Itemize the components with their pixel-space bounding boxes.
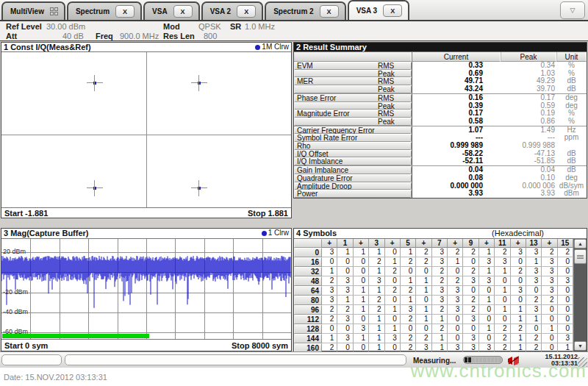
symbol-cell: 3 xyxy=(448,305,463,315)
symbol-cell: 2 xyxy=(416,248,431,257)
symbol-cell: 0 xyxy=(479,315,495,324)
symbol-cell: 1 xyxy=(511,315,526,324)
symbol-cell: 0 xyxy=(401,324,416,334)
sr-value: 1.0 MHz xyxy=(245,22,275,31)
result-values: 43.2439.70dB xyxy=(412,85,587,93)
tab-bar: MultiViewSpectrumXVSAXVSA 2XSpectrum 2XV… xyxy=(0,0,588,21)
symbol-cell: 0 xyxy=(416,324,431,334)
symbol-cell: 3 xyxy=(511,248,526,257)
symbol-cell: 2 xyxy=(542,248,557,257)
symbols-column-header: + xyxy=(354,239,369,248)
symbol-cell: 1 xyxy=(448,257,463,267)
symbols-scrollbar[interactable]: ▲ ▼ xyxy=(574,239,587,351)
tab-close-icon[interactable]: X xyxy=(115,5,135,18)
tab-vsa-3[interactable]: VSA 3X xyxy=(348,0,410,20)
result-unit: dBm xyxy=(556,190,587,198)
symbols-column-header: + xyxy=(542,239,557,248)
tab-close-icon[interactable]: X xyxy=(173,5,193,18)
tab-overflow-button[interactable]: ▽ xyxy=(560,1,585,19)
result-current-value: 0.16 xyxy=(412,94,501,102)
symbol-cell: 2 xyxy=(448,276,463,286)
constellation-plot xyxy=(1,52,291,207)
symbol-cell: 0 xyxy=(558,286,573,296)
symbols-format-label: (Hexadecimal) xyxy=(492,229,544,238)
symbols-row: 321001200202112330 xyxy=(294,267,573,276)
header-spacer xyxy=(294,52,412,62)
symbol-cell: 2 xyxy=(369,296,384,305)
symbol-cell: 3 xyxy=(526,276,542,286)
result-values: ------ppm xyxy=(412,134,587,142)
result-row-label: Magnitude ErrorRMS xyxy=(294,110,412,118)
symbol-cell: 1 xyxy=(495,286,510,296)
symbol-cell: 0 xyxy=(322,257,337,267)
symbol-cell: 0 xyxy=(511,257,526,267)
sr-label: SR xyxy=(230,22,241,31)
ref-level-label: Ref Level xyxy=(6,22,42,31)
symbol-cell: 0 xyxy=(558,305,573,315)
tab-close-icon[interactable]: X xyxy=(237,5,256,18)
mag-capture-title[interactable]: 3 Mag(Capture Buffer) 1 Clrw xyxy=(1,229,291,239)
scrollbar-thumb[interactable] xyxy=(574,249,587,264)
tab-spectrum[interactable]: SpectrumX xyxy=(67,1,142,20)
symbol-cell: 2 xyxy=(401,257,416,267)
symbol-cell: 1 xyxy=(401,296,416,305)
scroll-down-icon[interactable]: ▼ xyxy=(574,341,587,351)
symbol-cell: 0 xyxy=(526,286,542,296)
symbols-column-header: 11 xyxy=(495,239,510,248)
result-summary-title[interactable]: 2 Result Summary xyxy=(294,43,587,52)
symbols-header-spacer xyxy=(294,239,322,248)
settings-bar: Ref Level 30.00 dBm Mod QPSK SR 1.0 MHz … xyxy=(0,21,588,41)
result-current-value: 43.24 xyxy=(412,85,501,93)
result-row: Quadrature Error0.080.10deg xyxy=(294,174,587,182)
symbol-cell: 0 xyxy=(385,296,401,305)
scrollbar-track[interactable] xyxy=(574,265,587,341)
symbol-cell: 0 xyxy=(542,305,557,315)
symbol-cell: 3 xyxy=(354,324,369,334)
tab-vsa-2[interactable]: VSA 2X xyxy=(201,1,264,20)
symbol-cell: 2 xyxy=(401,334,416,343)
symbols-title[interactable]: 4 Symbols (Hexadecimal) xyxy=(294,229,587,239)
result-name: Quadrature Error xyxy=(297,175,353,182)
symbol-cell: 1 xyxy=(369,267,384,276)
result-values: 3.933.93dBm xyxy=(412,190,587,198)
result-row-label: Peak xyxy=(294,70,412,78)
tab-close-icon[interactable]: X xyxy=(320,5,339,18)
symbol-cell: 1 xyxy=(511,334,526,343)
result-unit: ppm xyxy=(556,134,587,142)
symbols-column-header: + xyxy=(511,239,526,248)
symbol-cell: 2 xyxy=(322,276,337,286)
symbol-cell: 3 xyxy=(401,305,416,315)
symbol-cell: 3 xyxy=(542,286,557,296)
symbols-column-header: 15 xyxy=(558,239,573,248)
symbols-row-label: 16 xyxy=(294,257,322,267)
result-name: I/Q Imbalance xyxy=(297,158,343,165)
symbol-cell: 0 xyxy=(479,334,495,343)
symbol-cell: 1 xyxy=(542,324,557,334)
symbols-row-label: 144 xyxy=(294,334,322,343)
result-values: 0.080.10deg xyxy=(412,174,587,182)
result-current-value: -52.11 xyxy=(412,157,501,165)
watermark-text: www.cntronics.com xyxy=(411,360,587,382)
tab-spectrum-2[interactable]: Spectrum 2X xyxy=(265,1,345,20)
symbols-column-header: 7 xyxy=(432,239,448,248)
symbol-cell: 0 xyxy=(337,267,353,276)
result-row-label: Peak xyxy=(294,102,412,110)
result-row-label: Carrier Frequency Error xyxy=(294,126,412,135)
symbol-cell: 0 xyxy=(401,267,416,276)
symbol-cell: 0 xyxy=(558,296,573,305)
status-field-1 xyxy=(1,354,62,365)
symbols-row-label: 48 xyxy=(294,276,322,286)
symbol-cell: 2 xyxy=(401,315,416,324)
tab-close-icon[interactable]: X xyxy=(383,4,402,17)
tab-vsa[interactable]: VSAX xyxy=(143,1,200,20)
result-row: I/Q Imbalance-52.11-51.85dB xyxy=(294,157,587,165)
symbol-cell: 1 xyxy=(354,248,369,257)
constellation-panel-title[interactable]: 1 Const I/Q(Meas&Ref) 1M Clrw xyxy=(1,43,291,52)
tab-multiview[interactable]: MultiView xyxy=(1,1,65,20)
result-row: Peak0.580.86% xyxy=(294,118,587,126)
result-row: Carrier Frequency Error1.071.49Hz xyxy=(294,126,587,135)
symbol-cell: 1 xyxy=(369,324,384,334)
symbol-cell: 0 xyxy=(448,324,463,334)
result-summary-rows: EVMRMS0.330.34%Peak0.691.03%MERRMS49.714… xyxy=(294,62,587,198)
scroll-up-icon[interactable]: ▲ xyxy=(574,239,587,249)
